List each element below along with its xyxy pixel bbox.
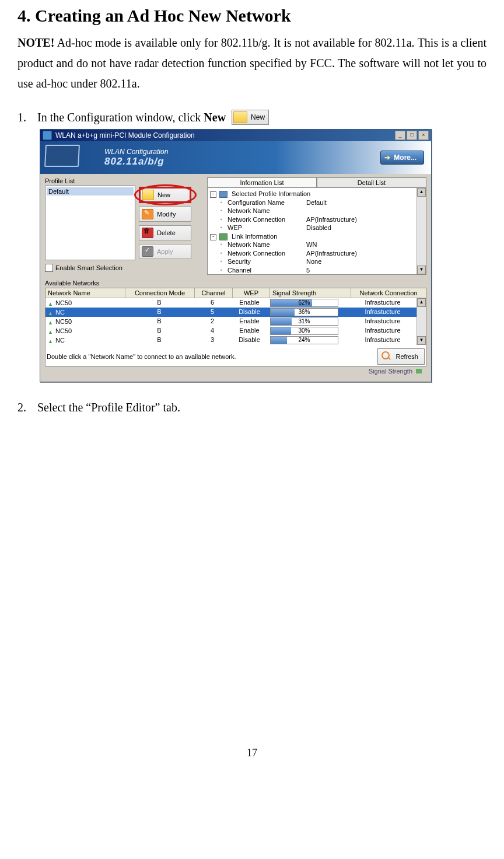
tree-row: Transmission Rate1 Mbps [210, 274, 424, 275]
collapse-icon[interactable]: - [210, 234, 216, 240]
delete-button-label: Delete [157, 229, 176, 236]
note-paragraph: NOTE! Ad-hoc mode is available only for … [18, 33, 487, 94]
scroll-up-icon[interactable]: ▲ [417, 298, 426, 307]
available-networks-label: Available Networks [45, 280, 426, 287]
col-signal-strength[interactable]: Signal Strength [270, 288, 351, 298]
col-network-connection[interactable]: Network Connection [351, 288, 426, 298]
step-1-text: In the Configuration window, click [37, 111, 204, 124]
refresh-label: Refresh [396, 353, 418, 360]
info-tree: ▲ ▼ - Selected Profile Information Confi… [207, 188, 426, 275]
tree-row: Network Name [210, 207, 424, 215]
check-icon [142, 246, 153, 257]
apply-button-label: Apply [157, 248, 173, 255]
refresh-button[interactable]: Refresh [377, 348, 425, 365]
step-1: 1. In the Configuration window, click Ne… [18, 109, 487, 126]
profile-list-label: Profile List [45, 177, 202, 184]
step-2: 2. Select the “Profile Editor” tab. [18, 401, 487, 414]
scrollbar[interactable]: ▲ ▼ [416, 298, 426, 345]
new-icon [233, 111, 247, 123]
tree-row: Channel5 [210, 266, 424, 275]
note-label: NOTE! [18, 36, 54, 49]
scroll-down-icon[interactable]: ▼ [417, 266, 426, 274]
window-title: WLAN a+b+g mini-PCI Module Configuration [55, 131, 395, 139]
antenna-icon [48, 337, 54, 343]
antenna-icon [48, 309, 54, 315]
tree-row: Configuration NameDefault [210, 198, 424, 207]
link-info-icon [219, 233, 228, 240]
antenna-icon [48, 328, 54, 334]
table-row[interactable]: NC B 3 Disable 24% Infrastucture [46, 336, 417, 345]
config-window: WLAN a+b+g mini-PCI Module Configuration… [40, 129, 432, 382]
enable-smart-selection[interactable]: Enable Smart Selection [45, 264, 202, 272]
titlebar: WLAN a+b+g mini-PCI Module Configuration… [40, 130, 431, 141]
info-panel: Information List Detail List ▲ ▼ - Selec… [207, 177, 426, 275]
tab-information-list[interactable]: Information List [207, 177, 317, 187]
delete-button[interactable]: Delete [139, 225, 191, 240]
col-channel[interactable]: Channel [195, 288, 233, 298]
new-button[interactable]: New [139, 187, 191, 203]
section-heading: 4. Creating an Ad Hoc New Network [18, 6, 487, 26]
profile-info-icon [219, 191, 228, 198]
network-list: Network Name Connection Mode Channel WEP… [45, 288, 426, 366]
more-button[interactable]: More... [380, 151, 424, 165]
tree-row: Network NameWN [210, 240, 424, 249]
scrollbar[interactable]: ▲ ▼ [416, 188, 426, 274]
table-row[interactable]: NC B 5 Disable 36% Infrastucture [46, 308, 417, 317]
scroll-down-icon[interactable]: ▼ [417, 336, 426, 345]
app-icon [43, 131, 52, 140]
magnifier-icon [382, 351, 392, 362]
banner: WLAN Configuration 802.11a/b/g More... [40, 141, 431, 174]
tree-profile-header[interactable]: - Selected Profile Information [210, 190, 424, 198]
tree-row: Network ConnectionAP(Infrastructure) [210, 249, 424, 258]
close-button[interactable]: × [418, 131, 429, 140]
maximize-button[interactable]: □ [407, 131, 417, 140]
profile-panel: Profile List Default New Modify [45, 177, 202, 275]
note-body: Ad-hoc mode is available only for 802.11… [18, 36, 487, 90]
step-2-text: Select the “Profile Editor” tab. [37, 401, 180, 414]
network-list-header: Network Name Connection Mode Channel WEP… [46, 288, 426, 298]
modify-button-label: Modify [157, 211, 176, 218]
col-connection-mode[interactable]: Connection Mode [125, 288, 195, 298]
step-1-number: 1. [18, 109, 32, 126]
antenna-icon [48, 300, 54, 306]
new-icon [142, 190, 154, 200]
minimize-button[interactable]: _ [395, 131, 405, 140]
step-1-bold: New [204, 111, 226, 124]
laptop-graphic [45, 145, 97, 170]
trash-icon [142, 228, 153, 238]
tree-row: Network ConnectionAP(Infrastructure) [210, 215, 424, 224]
tree-row: WEPDisabled [210, 224, 424, 232]
collapse-icon[interactable]: - [210, 191, 216, 198]
signal-indicator-icon [416, 369, 422, 373]
inline-new-label: New [251, 112, 265, 123]
table-row[interactable]: NC50 B 4 Enable 30% Infrastucture [46, 326, 417, 336]
inline-new-button-sample: New [232, 110, 269, 125]
apply-button: Apply [139, 244, 191, 259]
antenna-icon [48, 319, 54, 324]
modify-button[interactable]: Modify [139, 207, 191, 222]
page-number: 17 [18, 747, 487, 759]
col-wep[interactable]: WEP [233, 288, 270, 298]
checkbox-icon[interactable] [45, 264, 53, 272]
col-network-name[interactable]: Network Name [46, 288, 125, 298]
edit-icon [142, 209, 153, 219]
step-2-number: 2. [18, 401, 32, 414]
table-row[interactable]: NC50 B 2 Enable 31% Infrastucture [46, 317, 417, 326]
profile-item-default[interactable]: Default [47, 187, 134, 195]
table-row[interactable]: NC50 B 6 Enable 62% Infrastucture [46, 298, 417, 308]
enable-smart-label: Enable Smart Selection [55, 264, 123, 271]
tree-row: SecurityNone [210, 257, 424, 266]
tree-link-header[interactable]: - Link Information [210, 232, 424, 241]
profile-list[interactable]: Default [45, 186, 135, 260]
new-button-label: New [158, 191, 170, 198]
signal-strength-footer: Signal Strength [45, 366, 426, 377]
tab-detail-list[interactable]: Detail List [317, 177, 426, 187]
network-list-hint: Double click a "Network Name" to connect… [47, 353, 236, 360]
